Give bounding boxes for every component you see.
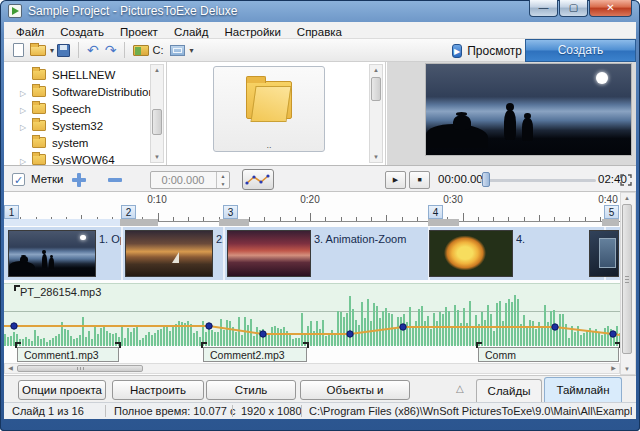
open-dropdown-icon[interactable]: ▾ — [50, 46, 54, 55]
slide-marker-3[interactable]: 3 — [223, 205, 238, 219]
marks-checkbox[interactable]: ✓ — [12, 173, 25, 186]
slide-marker-1[interactable]: 1 — [4, 205, 19, 219]
file-list-scrollbar-thumb[interactable] — [371, 77, 381, 101]
scroll-left-icon[interactable]: ◀ — [5, 364, 16, 373]
play-button[interactable]: ▶ — [385, 171, 406, 189]
slide-thumbnail-2[interactable] — [125, 230, 213, 277]
redo-icon[interactable]: ↷ — [105, 40, 117, 60]
view-dropdown-icon[interactable]: ▾ — [189, 46, 193, 55]
tree-item-5[interactable]: ▷SysWOW64 — [4, 150, 148, 165]
tab-timeline[interactable]: Таймлайн — [544, 377, 622, 403]
scroll-right-icon[interactable]: ▶ — [608, 364, 619, 373]
style-button[interactable]: Стиль — [206, 380, 296, 400]
tree-item-3[interactable]: ▷System32 — [4, 116, 148, 133]
tree-scrollbar[interactable]: ▲ ▼ — [150, 64, 164, 163]
tick-mark — [569, 217, 570, 221]
timeline-v-scrollbar[interactable]: ▲ ▼ — [620, 192, 636, 375]
envelope-point[interactable] — [347, 331, 353, 337]
clip-flag-icon — [15, 342, 21, 348]
tick-mark — [295, 217, 296, 221]
project-options-button[interactable]: Опции проекта — [18, 380, 106, 400]
seek-slider[interactable] — [480, 179, 596, 182]
envelope-point[interactable] — [260, 331, 266, 337]
remove-mark-button[interactable] — [108, 173, 122, 187]
fullscreen-icon[interactable] — [620, 174, 632, 186]
envelope-point[interactable] — [11, 323, 17, 329]
tick-mark — [539, 215, 540, 221]
volume-envelope[interactable] — [4, 284, 620, 346]
scroll-up-icon[interactable]: ▲ — [151, 65, 163, 75]
add-mark-button[interactable] — [72, 173, 86, 187]
minimize-button[interactable]: — — [529, 0, 558, 17]
maximize-button[interactable]: ▢ — [559, 0, 588, 17]
status-project-path: C:\Program Files (x86)\WnSoft PicturesTo… — [309, 405, 632, 417]
title-bar[interactable]: Sample Project - PicturesToExe Deluxe — … — [0, 0, 640, 22]
menu-item-5[interactable]: Справка — [289, 25, 350, 39]
parent-folder-item[interactable]: .. — [213, 66, 325, 152]
menu-item-3[interactable]: Слайд — [166, 25, 217, 39]
collapse-triangle-icon[interactable]: △ — [456, 383, 464, 394]
menu-item-1[interactable]: Создать — [52, 25, 112, 39]
audio-track[interactable]: PT_286154.mp3 — [4, 283, 620, 345]
tab-slides[interactable]: Слайды — [476, 379, 542, 403]
customize-slide-button[interactable]: Настроить слайд — [112, 380, 204, 400]
slide-marker-4[interactable]: 4 — [428, 205, 443, 219]
comment-clip-1[interactable]: Comment1.mp3 — [17, 347, 119, 362]
envelope-tool-button[interactable] — [242, 169, 274, 190]
tree-item-1[interactable]: ▷SoftwareDistribution — [4, 82, 148, 99]
spinner-arrows-icon[interactable]: ▲▼ — [216, 172, 229, 188]
close-button[interactable]: ✕ — [589, 0, 632, 17]
envelope-point[interactable] — [552, 324, 558, 330]
save-icon[interactable] — [57, 44, 70, 57]
tree-item-4[interactable]: system — [4, 133, 148, 150]
menu-item-0[interactable]: Файл — [8, 25, 52, 39]
slide-thumbnail-1[interactable] — [8, 230, 96, 277]
scroll-down-icon[interactable]: ▼ — [370, 152, 382, 162]
interval-value: 0:00.000 — [151, 174, 215, 186]
slide-thumbnail-3[interactable] — [227, 230, 311, 277]
tree-item-label: Speech — [52, 103, 91, 115]
status-resolution: 1920 x 1080 — [241, 405, 302, 417]
drive-icon[interactable] — [133, 45, 149, 56]
envelope-point[interactable] — [206, 323, 212, 329]
envelope-point[interactable] — [400, 324, 406, 330]
view-mode-icon[interactable] — [170, 45, 185, 56]
timeline-h-scrollbar[interactable]: ◀ ▶ — [4, 363, 620, 374]
inset-shape — [599, 238, 616, 268]
stop-button[interactable]: ■ — [409, 171, 430, 189]
slide-preview-image[interactable] — [425, 63, 632, 156]
create-button[interactable]: Создать — [525, 39, 636, 62]
tree-item-2[interactable]: ▷Speech — [4, 99, 148, 116]
scroll-up-icon[interactable]: ▲ — [370, 65, 382, 75]
new-project-icon[interactable] — [13, 43, 24, 57]
tree-scrollbar-thumb[interactable] — [152, 109, 162, 135]
tree-item-0[interactable]: SHELLNEW — [4, 65, 148, 82]
drive-label[interactable]: C: — [152, 44, 163, 56]
status-separator — [105, 405, 106, 417]
interval-spinner[interactable]: 0:00.000 ▲▼ — [150, 171, 230, 189]
scroll-down-icon[interactable]: ▼ — [621, 364, 633, 374]
v-scrollbar-thumb[interactable] — [622, 204, 632, 354]
scroll-up-icon[interactable]: ▲ — [621, 193, 633, 203]
comment-clip-3[interactable]: Comm — [478, 347, 619, 362]
slide-marker-5[interactable]: 5 — [604, 205, 619, 219]
undo-icon[interactable]: ↶ — [87, 40, 99, 60]
h-scrollbar-thumb[interactable] — [17, 365, 143, 372]
menu-item-2[interactable]: Проект — [112, 25, 166, 39]
file-list-scrollbar[interactable]: ▲ ▼ — [369, 64, 383, 163]
slide-marker-2[interactable]: 2 — [121, 205, 136, 219]
timeline[interactable]: 0:100:200:300:4012345 PT_286154.mp3 Comm… — [4, 192, 620, 375]
seek-slider-thumb[interactable] — [482, 172, 490, 187]
slide-thumbnail-5[interactable] — [589, 230, 619, 277]
menu-item-4[interactable]: Настройки — [216, 25, 288, 39]
comment-clip-2[interactable]: Comment2.mp3 — [203, 347, 307, 362]
menu-bar: ФайлСоздатьПроектСлайдНастройкиСправка — [4, 22, 636, 39]
preview-button[interactable]: ▶ Просмотр — [452, 41, 522, 61]
slide-thumbnail-4[interactable] — [429, 230, 513, 277]
scroll-down-icon[interactable]: ▼ — [151, 152, 163, 162]
bloom-shape — [441, 233, 489, 273]
expander-icon[interactable]: ▷ — [20, 153, 32, 165]
envelope-point[interactable] — [610, 331, 616, 337]
open-project-icon[interactable] — [30, 45, 46, 56]
objects-animation-button[interactable]: Объекты и анимация — [300, 380, 410, 400]
